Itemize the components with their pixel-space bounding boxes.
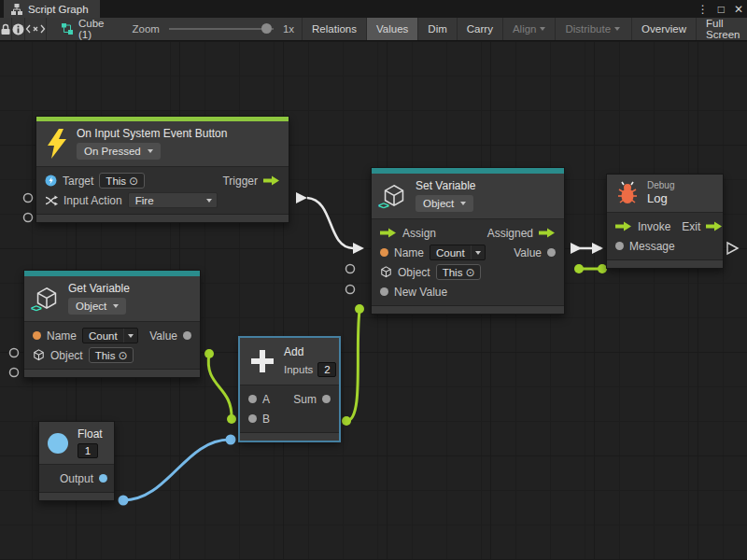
port-label: Value — [149, 329, 177, 343]
node-footer — [24, 369, 200, 377]
menu-icon[interactable]: ⋮ — [698, 3, 709, 16]
object-chip[interactable]: This⊙ — [436, 264, 482, 280]
distribute-button[interactable]: Distribute — [555, 18, 629, 40]
wire-end[interactable] — [119, 496, 129, 506]
wire-end[interactable] — [204, 349, 214, 358]
port-label: Assign — [402, 227, 436, 240]
wire-end[interactable] — [355, 304, 364, 314]
node-float[interactable]: Float 1 Output — [38, 421, 115, 501]
invoke-input-port[interactable] — [615, 221, 632, 231]
node-title: Get Variable — [68, 282, 130, 295]
port-label: Target — [63, 175, 93, 188]
variable-kind-dropdown[interactable]: Object — [416, 195, 473, 212]
align-button[interactable]: Align — [502, 18, 556, 40]
wire-end[interactable] — [227, 414, 236, 424]
assigned-output-port[interactable] — [539, 228, 556, 238]
a-input-port[interactable] — [248, 395, 257, 403]
port-ring[interactable] — [24, 194, 33, 203]
dropdown-arrow-icon — [475, 251, 481, 255]
fullscreen-button[interactable]: Full Screen — [696, 18, 747, 40]
variable-name-dropdown[interactable]: Count — [82, 328, 138, 343]
tab-script-graph[interactable]: Script Graph — [4, 0, 100, 18]
float-value-field[interactable]: 1 — [78, 443, 98, 458]
input-action-dropdown[interactable]: Fire — [128, 192, 218, 208]
node-footer — [36, 214, 289, 222]
output-port[interactable] — [99, 474, 107, 483]
port-ring[interactable] — [10, 349, 19, 357]
variable-kind-dropdown[interactable]: Object — [68, 298, 126, 315]
object-chip[interactable]: This⊙ — [89, 347, 134, 363]
node-set-variable[interactable]: <> Set Variable Object Assign Assigned — [371, 167, 565, 315]
bug-icon — [616, 181, 639, 205]
relations-button[interactable]: Relations — [302, 18, 366, 40]
port-ring[interactable] — [346, 286, 355, 294]
trigger-output-port[interactable] — [263, 175, 280, 186]
variable-name-dropdown[interactable]: Count — [430, 245, 486, 260]
maximize-icon[interactable]: □ — [718, 3, 725, 16]
port-label: Exit — [682, 220, 700, 233]
inputs-count-field[interactable]: 2 — [317, 362, 336, 377]
lock-button[interactable] — [0, 18, 12, 40]
graph-canvas[interactable]: On Input System Event Button On Pressed … — [0, 41, 747, 560]
wire-value-a[interactable] — [208, 354, 232, 418]
float-circle-icon — [47, 432, 69, 455]
node-debug-log[interactable]: Debug Log Invoke Exit — [606, 174, 724, 269]
exit-wire-arrow[interactable] — [727, 243, 738, 254]
graph-ref-label[interactable]: Cube (1) — [78, 18, 105, 40]
close-icon[interactable]: ✕ — [734, 3, 743, 16]
name-input-port[interactable] — [380, 248, 388, 257]
inspect-button[interactable] — [12, 18, 25, 40]
wire-end[interactable] — [342, 416, 351, 426]
code-preview-button[interactable] — [25, 18, 47, 40]
dropdown-arrow-icon — [113, 304, 119, 308]
port-label: Object — [398, 266, 430, 279]
port-label: Input Action — [63, 194, 122, 207]
value-output-port[interactable] — [183, 331, 191, 340]
port-ring[interactable] — [24, 214, 33, 222]
dropdown-arrow-icon — [460, 202, 466, 205]
wire-end[interactable] — [226, 435, 236, 445]
tab-bar: Script Graph ⋮ □ ✕ — [0, 0, 747, 18]
assign-input-port[interactable] — [380, 228, 397, 238]
overview-button[interactable]: Overview — [631, 18, 696, 40]
zoom-slider-handle[interactable] — [261, 23, 272, 34]
dim-button[interactable]: Dim — [417, 18, 456, 40]
wire-arrow[interactable] — [592, 243, 603, 254]
zoom-slider[interactable] — [169, 28, 274, 30]
cube-icon — [380, 266, 392, 278]
port-ring[interactable] — [10, 369, 19, 377]
target-picker-icon[interactable]: ⊙ — [129, 175, 138, 188]
node-on-input-system-event[interactable]: On Input System Event Button On Pressed … — [35, 116, 289, 223]
new-value-input-port[interactable] — [380, 287, 388, 296]
wire-trigger-assign[interactable] — [307, 198, 353, 248]
message-input-port[interactable] — [615, 242, 624, 250]
target-picker-icon[interactable]: ⊙ — [118, 349, 127, 362]
value-output-port[interactable] — [547, 248, 556, 257]
wire-arrow[interactable] — [571, 243, 582, 254]
wire-arrow[interactable] — [353, 243, 364, 254]
set-variable-icon: <> — [381, 184, 407, 208]
b-input-port[interactable] — [248, 414, 257, 423]
port-ring[interactable] — [346, 265, 355, 273]
node-add[interactable]: Add Inputs 2 A Sum B — [239, 337, 340, 441]
sum-output-port[interactable] — [322, 395, 331, 403]
target-object-chip[interactable]: This⊙ — [99, 173, 145, 189]
script-graph-window: Script Graph ⋮ □ ✕ — [0, 0, 747, 560]
event-mode-dropdown[interactable]: On Pressed — [77, 143, 161, 160]
carry-button[interactable]: Carry — [457, 18, 502, 40]
node-title: On Input System Event Button — [77, 127, 227, 140]
name-input-port[interactable] — [33, 331, 41, 340]
get-variable-icon: <> — [34, 287, 60, 311]
wire-arrow[interactable] — [296, 192, 307, 203]
target-picker-icon[interactable]: ⊙ — [465, 266, 474, 279]
exit-output-port[interactable] — [706, 221, 723, 231]
values-button[interactable]: Values — [366, 18, 417, 40]
dropdown-arrow-icon — [148, 149, 153, 153]
dropdown-arrow-icon — [206, 199, 212, 203]
wire-end[interactable] — [574, 264, 584, 273]
wire-output-b[interactable] — [123, 440, 230, 500]
wire-sum-newvalue[interactable] — [346, 311, 359, 421]
node-get-variable[interactable]: <> Get Variable Object Name Count — [23, 270, 201, 378]
port-label: Output — [60, 472, 93, 485]
port-label: Invoke — [638, 220, 670, 233]
